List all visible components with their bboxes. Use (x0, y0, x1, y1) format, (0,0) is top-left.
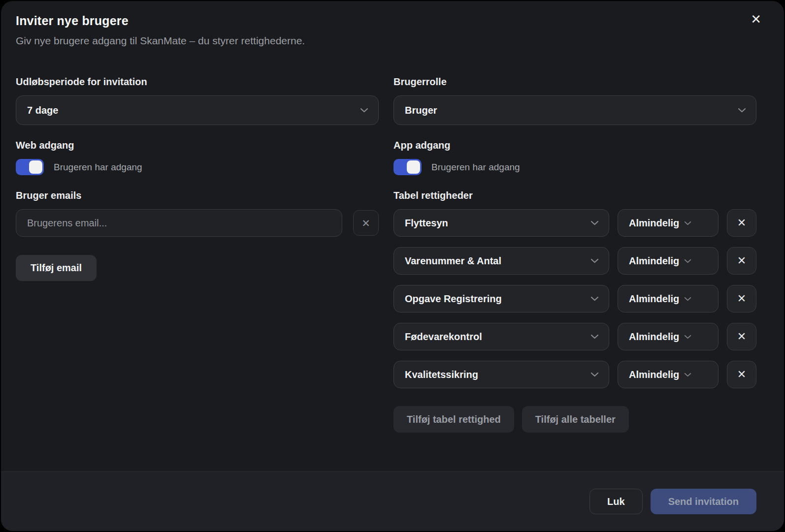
table-right-row: Fødevarekontrol Almindelig ✕ (393, 323, 756, 350)
email-input[interactable] (16, 209, 342, 237)
table-select-value: Kvalitetssikring (405, 369, 590, 380)
app-access-toggle-label: Brugeren har adgang (431, 162, 520, 173)
chevron-down-icon (684, 335, 691, 339)
table-rights-list: Flyttesyn Almindelig ✕ Varenummer & Anta… (393, 209, 756, 388)
permission-select[interactable]: Almindelig (618, 247, 719, 275)
permission-select-value: Almindelig (629, 331, 679, 343)
web-access-toggle[interactable] (16, 159, 44, 175)
dialog-subtitle: Giv nye brugere adgang til SkanMate – du… (16, 35, 756, 47)
role-select-value: Bruger (405, 105, 738, 116)
table-select-value: Fødevarekontrol (405, 331, 590, 343)
permission-select[interactable]: Almindelig (618, 209, 719, 237)
table-right-row: Kvalitetssikring Almindelig ✕ (393, 361, 756, 388)
permission-select-value: Almindelig (629, 369, 679, 380)
expiry-group: Udløbsperiode for invitation 7 dage (16, 76, 379, 125)
permission-select-value: Almindelig (629, 218, 679, 229)
role-select[interactable]: Bruger (393, 95, 756, 125)
permission-select-value: Almindelig (629, 255, 679, 267)
close-dialog-button[interactable]: Luk (589, 489, 643, 514)
close-icon[interactable]: ✕ (751, 13, 761, 26)
permission-select[interactable]: Almindelig (618, 285, 719, 313)
web-access-toggle-row: Brugeren har adgang (16, 159, 379, 175)
dialog-title: Inviter nye brugere (16, 14, 756, 28)
table-select[interactable]: Flyttesyn (393, 209, 609, 237)
add-email-button[interactable]: Tilføj email (16, 255, 97, 281)
expiry-label: Udløbsperiode for invitation (16, 76, 379, 88)
right-column: Brugerrolle Bruger App adgang Brugeren h… (393, 76, 756, 447)
chevron-down-icon (684, 297, 691, 301)
form-columns: Udløbsperiode for invitation 7 dage Web … (16, 76, 756, 447)
role-label: Brugerrolle (393, 76, 756, 88)
add-all-tables-button[interactable]: Tilføj alle tabeller (522, 406, 629, 433)
web-access-toggle-label: Brugeren har adgang (54, 162, 142, 173)
send-invitation-button[interactable]: Send invitation (651, 489, 756, 514)
table-right-row: Flyttesyn Almindelig ✕ (393, 209, 756, 237)
chevron-down-icon (360, 108, 368, 113)
table-right-row: Varenummer & Antal Almindelig ✕ (393, 247, 756, 275)
chevron-down-icon (590, 372, 599, 377)
app-access-toggle-row: Brugeren har adgang (393, 159, 756, 175)
table-right-row: Opgave Registrering Almindelig ✕ (393, 285, 756, 313)
remove-table-right-button[interactable]: ✕ (727, 209, 756, 237)
table-rights-actions: Tilføj tabel rettighed Tilføj alle tabel… (393, 406, 756, 433)
chevron-down-icon (684, 373, 691, 377)
app-access-toggle[interactable] (393, 159, 422, 175)
table-select[interactable]: Kvalitetssikring (393, 361, 609, 388)
remove-table-right-button[interactable]: ✕ (727, 361, 756, 388)
table-rights-group: Tabel rettigheder Flyttesyn Almindelig ✕… (393, 190, 756, 433)
remove-table-right-button[interactable]: ✕ (727, 285, 756, 313)
permission-select[interactable]: Almindelig (618, 323, 719, 350)
app-access-label: App adgang (393, 140, 756, 151)
app-access-group: App adgang Brugeren har adgang (393, 140, 756, 175)
left-column: Udløbsperiode for invitation 7 dage Web … (16, 76, 379, 447)
remove-table-right-button[interactable]: ✕ (727, 247, 756, 275)
invite-users-dialog: ✕ Inviter nye brugere Giv nye brugere ad… (1, 1, 784, 531)
chevron-down-icon (590, 296, 599, 301)
web-access-group: Web adgang Brugeren har adgang (16, 140, 379, 175)
toggle-knob (29, 160, 42, 174)
chevron-down-icon (738, 108, 746, 113)
dialog-footer: Luk Send invitation (1, 471, 784, 531)
dialog-body: ✕ Inviter nye brugere Giv nye brugere ad… (1, 1, 784, 471)
toggle-knob (407, 160, 420, 174)
remove-table-right-button[interactable]: ✕ (727, 323, 756, 350)
web-access-label: Web adgang (16, 140, 379, 151)
emails-group: Bruger emails ✕ Tilføj email (16, 190, 379, 281)
table-select-value: Varenummer & Antal (405, 255, 590, 267)
table-select[interactable]: Varenummer & Antal (393, 247, 609, 275)
emails-label: Bruger emails (16, 190, 379, 201)
expiry-select-value: 7 dage (27, 105, 360, 116)
remove-email-button[interactable]: ✕ (353, 210, 379, 236)
role-group: Brugerrolle Bruger (393, 76, 756, 125)
email-row: ✕ (16, 209, 379, 237)
permission-select-value: Almindelig (629, 293, 679, 305)
chevron-down-icon (590, 258, 599, 263)
table-select[interactable]: Fødevarekontrol (393, 323, 609, 350)
table-rights-label: Tabel rettigheder (393, 190, 756, 201)
chevron-down-icon (590, 220, 599, 225)
table-select-value: Flyttesyn (405, 218, 590, 229)
add-table-right-button[interactable]: Tilføj tabel rettighed (393, 406, 514, 433)
table-select-value: Opgave Registrering (405, 293, 590, 305)
table-select[interactable]: Opgave Registrering (393, 285, 609, 313)
permission-select[interactable]: Almindelig (618, 361, 719, 388)
chevron-down-icon (684, 259, 691, 263)
chevron-down-icon (684, 221, 691, 225)
chevron-down-icon (590, 334, 599, 339)
expiry-select[interactable]: 7 dage (16, 95, 379, 125)
